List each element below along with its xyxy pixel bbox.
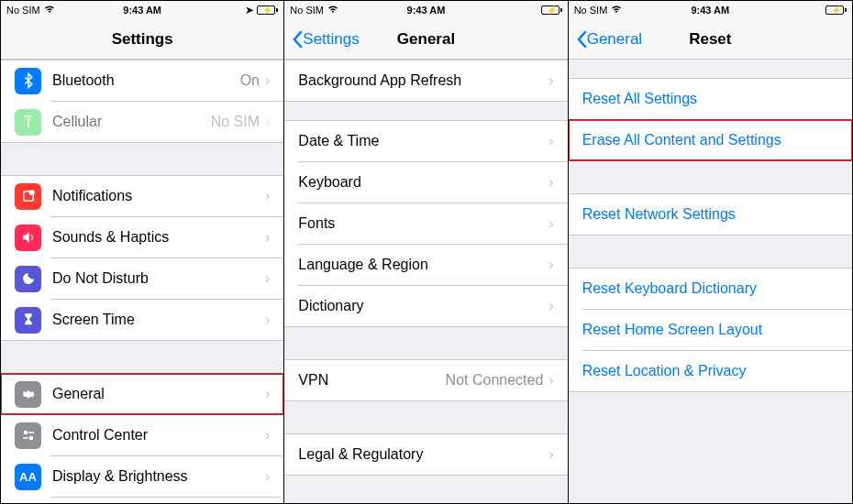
chevron-right-icon: › — [548, 257, 553, 273]
row-date-time[interactable]: Date & Time › — [284, 121, 567, 161]
row-value: No SIM — [211, 114, 260, 130]
chevron-right-icon: › — [265, 188, 270, 204]
back-button[interactable]: Settings — [292, 30, 359, 49]
chevron-right-icon: › — [265, 270, 270, 287]
row-label: Date & Time — [298, 133, 548, 149]
row-sounds[interactable]: Sounds & Haptics › — [1, 217, 283, 257]
status-bar: No SIM 9:43 AM ➤ ⚡ — [1, 1, 283, 19]
row-screentime[interactable]: Screen Time › — [1, 300, 283, 340]
page-title: General — [397, 30, 455, 49]
clock-label: 9:43 AM — [123, 5, 161, 16]
bluetooth-icon — [15, 68, 41, 94]
moon-icon — [15, 266, 41, 292]
row-label: Reset Home Screen Layout — [582, 322, 838, 338]
row-label: Keyboard — [298, 174, 548, 191]
chevron-right-icon: › — [548, 133, 553, 149]
row-label: Erase All Content and Settings — [582, 132, 838, 148]
chevron-right-icon: › — [265, 427, 270, 444]
row-label: Dictionary — [298, 298, 548, 314]
battery-icon: ⚡ — [257, 5, 278, 15]
row-reset-location-privacy[interactable]: Reset Location & Privacy — [569, 351, 852, 391]
chevron-right-icon: › — [265, 72, 270, 89]
chevron-left-icon — [576, 30, 587, 49]
chevron-right-icon: › — [548, 372, 553, 389]
back-label: General — [587, 30, 642, 49]
svg-point-3 — [24, 432, 27, 434]
row-label: VPN — [298, 372, 445, 389]
row-fonts[interactable]: Fonts › — [284, 203, 567, 244]
chevron-right-icon: › — [548, 215, 553, 232]
status-bar: No SIM 9:43 AM ⚡ — [284, 1, 567, 19]
row-reset-network[interactable]: Reset Network Settings — [569, 194, 852, 235]
row-label: Screen Time — [52, 312, 265, 328]
row-display[interactable]: AA Display & Brightness › — [1, 456, 283, 497]
wifi-icon — [327, 5, 339, 16]
row-dnd[interactable]: Do Not Disturb › — [1, 258, 283, 299]
row-label: Cellular — [52, 114, 211, 130]
row-legal-regulatory[interactable]: Legal & Regulatory › — [284, 434, 567, 475]
row-reset-all-settings[interactable]: Reset All Settings — [569, 79, 852, 119]
chevron-right-icon: › — [265, 386, 270, 402]
row-general[interactable]: General › — [1, 374, 283, 414]
row-reset-keyboard-dictionary[interactable]: Reset Keyboard Dictionary — [569, 268, 852, 309]
carrier-label: No SIM — [574, 5, 608, 16]
hourglass-icon — [15, 307, 41, 334]
row-background-app-refresh[interactable]: Background App Refresh › — [284, 60, 567, 101]
nav-bar: Settings General — [284, 19, 567, 60]
chevron-right-icon: › — [548, 72, 553, 89]
row-label: Bluetooth — [52, 72, 240, 89]
notifications-icon — [15, 183, 41, 210]
row-label: Reset Location & Privacy — [582, 363, 838, 379]
row-dictionary[interactable]: Dictionary › — [284, 286, 567, 326]
row-label: Control Center — [52, 427, 265, 444]
row-label: Reset Keyboard Dictionary — [582, 280, 838, 297]
nav-bar: Settings — [1, 19, 283, 60]
speaker-icon — [15, 225, 41, 251]
svg-point-2 — [29, 191, 34, 195]
chevron-right-icon: › — [265, 114, 270, 130]
carrier-label: No SIM — [6, 5, 40, 16]
chevron-right-icon: › — [265, 229, 270, 246]
row-cellular[interactable]: Cellular No SIM › — [1, 102, 283, 142]
wifi-icon — [43, 5, 56, 16]
row-vpn[interactable]: VPN Not Connected › — [284, 360, 567, 400]
battery-icon: ⚡ — [541, 5, 562, 15]
row-label: Notifications — [52, 188, 265, 204]
row-bluetooth[interactable]: Bluetooth On › — [1, 60, 283, 101]
row-reset-home-layout[interactable]: Reset Home Screen Layout — [569, 310, 852, 350]
row-label: Fonts — [298, 215, 548, 232]
screen-general: No SIM 9:43 AM ⚡ Settings General Backgr… — [284, 1, 568, 503]
row-label: Legal & Regulatory — [298, 446, 548, 463]
chevron-right-icon: › — [265, 468, 270, 485]
gear-icon — [15, 381, 41, 408]
svg-point-5 — [29, 437, 32, 440]
location-icon: ➤ — [245, 4, 254, 16]
screen-settings: No SIM 9:43 AM ➤ ⚡ Settings Bluetooth On… — [1, 1, 284, 503]
row-label: Do Not Disturb — [52, 270, 265, 287]
row-notifications[interactable]: Notifications › — [1, 176, 283, 216]
nav-bar: General Reset — [569, 19, 852, 60]
row-controlcenter[interactable]: Control Center › — [1, 415, 283, 455]
clock-label: 9:43 AM — [691, 5, 729, 16]
row-language-region[interactable]: Language & Region › — [284, 245, 567, 285]
row-erase-all-content[interactable]: Erase All Content and Settings — [569, 120, 852, 160]
page-title: Reset — [689, 30, 731, 49]
row-homescreen[interactable]: Home Screen › — [1, 498, 283, 503]
back-button[interactable]: General — [576, 30, 642, 49]
wifi-icon — [610, 5, 623, 16]
clock-label: 9:43 AM — [407, 5, 446, 16]
row-label: Reset All Settings — [582, 91, 838, 107]
row-keyboard[interactable]: Keyboard › — [284, 162, 567, 203]
row-value: On — [240, 72, 260, 89]
row-label: Sounds & Haptics — [52, 229, 265, 246]
row-label: General — [52, 386, 265, 402]
status-bar: No SIM 9:43 AM ⚡ — [569, 1, 852, 19]
row-label: Background App Refresh — [298, 72, 548, 89]
row-value: Not Connected — [446, 372, 544, 389]
chevron-right-icon: › — [548, 298, 553, 314]
antenna-icon — [15, 109, 41, 136]
chevron-right-icon: › — [548, 174, 553, 191]
row-label: Display & Brightness — [52, 468, 265, 485]
page-title: Settings — [112, 30, 173, 49]
switches-icon — [15, 422, 41, 449]
